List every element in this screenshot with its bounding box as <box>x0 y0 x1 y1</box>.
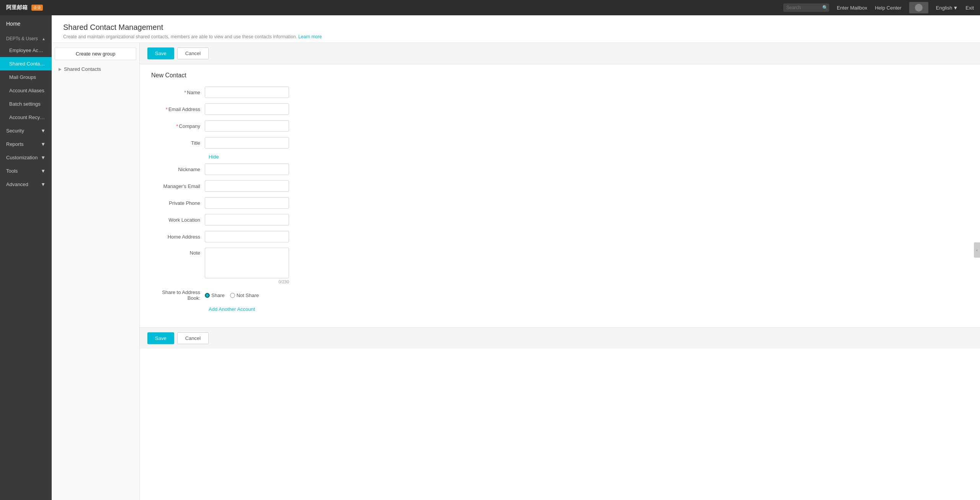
email-input[interactable] <box>205 103 289 115</box>
email-label: *Email Address <box>151 106 205 112</box>
hide-link[interactable]: Hide <box>209 154 969 160</box>
enterprise-badge: 企业 <box>31 5 43 11</box>
sidebar-item-batch-settings[interactable]: Batch settings <box>0 97 52 111</box>
sidebar: Home DEPTs & Users ▲ Employee Accounts S… <box>0 15 52 500</box>
radio-group: Share Not Share <box>205 292 259 298</box>
sidebar-item-employee-accounts[interactable]: Employee Accounts <box>0 44 52 57</box>
manager-email-row: Manager's Email <box>151 180 969 192</box>
private-phone-row: Private Phone <box>151 197 969 209</box>
search-box[interactable]: 🔍 <box>783 3 829 12</box>
note-row: Note 0/230 <box>151 248 969 284</box>
enter-mailbox-link[interactable]: Enter Mailbox <box>837 5 867 11</box>
sidebar-item-shared-contact-mgmt[interactable]: Shared Contact Management <box>0 57 52 70</box>
main-content: Shared Contact Management Create and mai… <box>52 15 980 500</box>
sidebar-item-account-aliases[interactable]: Account Aliases <box>0 84 52 97</box>
manager-email-label: Manager's Email <box>151 183 205 189</box>
chevron-down-icon: ▼ <box>41 128 46 134</box>
exit-button[interactable]: Exit <box>965 5 974 11</box>
share-radio-label[interactable]: Share <box>205 292 225 298</box>
private-phone-input[interactable] <box>205 197 289 209</box>
nickname-input[interactable] <box>205 163 289 175</box>
company-row: *Company <box>151 120 969 132</box>
page-header: Shared Contact Management Create and mai… <box>52 15 980 43</box>
title-row: Title <box>151 137 969 149</box>
chevron-down-icon: ▼ <box>41 141 46 147</box>
name-row: *Name <box>151 87 969 98</box>
right-panel: Save Cancel New Contact *Name <box>140 43 980 500</box>
language-selector[interactable]: English ▼ <box>936 5 958 11</box>
work-location-row: Work Location <box>151 214 969 225</box>
sidebar-item-account-recycle[interactable]: Account Recycle <box>0 111 52 124</box>
arrow-right-icon: ▶ <box>59 67 62 71</box>
page-title: Shared Contact Management <box>63 23 969 32</box>
name-input[interactable] <box>205 87 289 98</box>
note-field-wrapper: 0/230 <box>205 248 289 284</box>
title-input[interactable] <box>205 137 289 149</box>
note-label: Note <box>151 248 205 256</box>
address-book-label: Share to Address Book: <box>151 289 205 301</box>
cancel-button-bottom[interactable]: Cancel <box>177 332 209 344</box>
manager-email-input[interactable] <box>205 180 289 192</box>
home-address-label: Home Address <box>151 234 205 240</box>
avatar <box>915 4 923 11</box>
chevron-down-icon: ▼ <box>41 168 46 174</box>
side-expand-button[interactable]: ‹ <box>974 242 980 258</box>
sidebar-section-depts-users[interactable]: DEPTs & Users ▲ <box>0 32 52 44</box>
chevron-down-icon: ▼ <box>41 181 46 187</box>
topbar: 阿里邮箱 企业 🔍 Enter Mailbox Help Center Engl… <box>0 0 980 15</box>
company-input[interactable] <box>205 120 289 132</box>
home-address-input[interactable] <box>205 231 289 242</box>
create-new-group-button[interactable]: Create new group <box>55 47 136 60</box>
char-count: 0/230 <box>205 279 289 284</box>
help-center-link[interactable]: Help Center <box>875 5 901 11</box>
not-share-radio[interactable] <box>230 293 235 298</box>
home-address-row: Home Address <box>151 231 969 242</box>
chevron-down-icon: ▼ <box>41 155 46 160</box>
search-icon: 🔍 <box>822 5 828 10</box>
sidebar-item-tools[interactable]: Tools ▼ <box>0 164 52 178</box>
title-label: Title <box>151 140 205 146</box>
not-share-radio-label[interactable]: Not Share <box>230 292 259 298</box>
add-another-account-link[interactable]: Add Another Account <box>209 306 969 312</box>
nickname-label: Nickname <box>151 167 205 172</box>
learn-more-link[interactable]: Learn more <box>298 34 322 39</box>
save-button-top[interactable]: Save <box>147 47 174 59</box>
name-label: *Name <box>151 90 205 95</box>
sidebar-item-advanced[interactable]: Advanced ▼ <box>0 178 52 191</box>
note-textarea[interactable] <box>205 248 289 278</box>
shared-contacts-item[interactable]: ▶ Shared Contacts <box>55 63 136 75</box>
shared-contacts-label: Shared Contacts <box>64 66 101 72</box>
chevron-left-icon: ‹ <box>976 248 977 252</box>
address-book-row: Share to Address Book: Share Not Share <box>151 289 969 301</box>
sidebar-item-home[interactable]: Home <box>0 15 52 32</box>
sidebar-item-security[interactable]: Security ▼ <box>0 124 52 137</box>
work-location-input[interactable] <box>205 214 289 225</box>
page-description: Create and maintain organizational share… <box>63 34 969 39</box>
sidebar-section-label: DEPTs & Users <box>6 36 38 41</box>
logo: 阿里邮箱 <box>6 4 28 11</box>
company-label: *Company <box>151 123 205 129</box>
chevron-down-icon: ▼ <box>953 5 958 11</box>
topbar-right: 🔍 Enter Mailbox Help Center English ▼ Ex… <box>783 2 974 13</box>
top-form-toolbar: Save Cancel <box>140 43 980 64</box>
nickname-row: Nickname <box>151 163 969 175</box>
bottom-form-toolbar: Save Cancel <box>140 327 980 349</box>
work-location-label: Work Location <box>151 217 205 223</box>
email-row: *Email Address <box>151 103 969 115</box>
avatar-area <box>909 2 928 13</box>
cancel-button-top[interactable]: Cancel <box>177 47 209 59</box>
sidebar-item-customization[interactable]: Customization ▼ <box>0 151 52 164</box>
sidebar-item-reports[interactable]: Reports ▼ <box>0 137 52 151</box>
form-section-title: New Contact <box>151 72 969 79</box>
form-body: New Contact *Name *Email Address <box>140 64 980 327</box>
left-panel: Create new group ▶ Shared Contacts <box>52 43 140 500</box>
private-phone-label: Private Phone <box>151 200 205 206</box>
share-radio[interactable] <box>205 293 210 298</box>
content-area: Create new group ▶ Shared Contacts Save … <box>52 43 980 500</box>
search-input[interactable] <box>786 5 821 10</box>
chevron-up-icon: ▲ <box>42 37 46 41</box>
save-button-bottom[interactable]: Save <box>147 332 174 344</box>
layout: Home DEPTs & Users ▲ Employee Accounts S… <box>0 15 980 500</box>
sidebar-item-mail-groups[interactable]: Mail Groups <box>0 70 52 84</box>
topbar-left: 阿里邮箱 企业 <box>6 4 43 11</box>
